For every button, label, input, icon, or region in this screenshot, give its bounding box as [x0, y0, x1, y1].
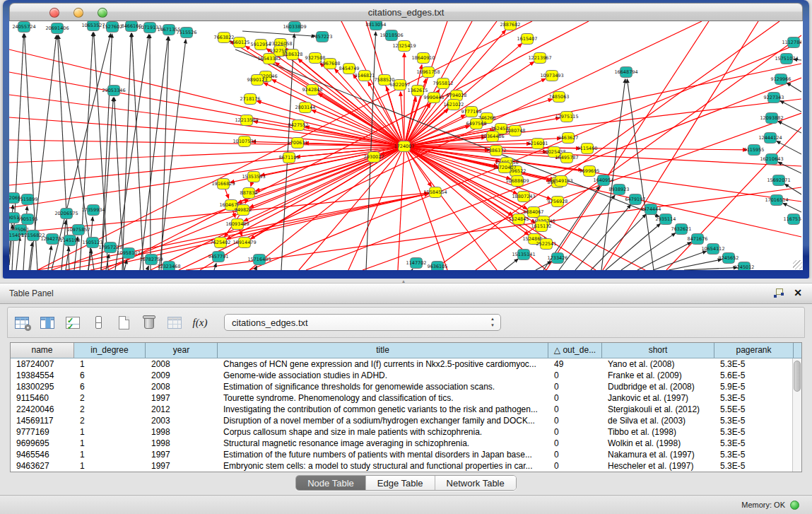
- table-cell[interactable]: 18724007: [11, 358, 74, 370]
- tab-network-table[interactable]: Network Table: [435, 476, 516, 490]
- table-cell[interactable]: 18300295: [11, 381, 74, 392]
- table-cell[interactable]: 5.3E-5: [714, 358, 794, 370]
- table-row[interactable]: 911546021997Tourette syndrome. Phenomeno…: [11, 392, 801, 404]
- table-cell[interactable]: 0: [548, 415, 602, 426]
- table-cell[interactable]: Structural magnetic resonance image aver…: [218, 438, 548, 449]
- table-cell[interactable]: 0: [548, 381, 602, 392]
- table-selector-dropdown[interactable]: citations_edges.txt ▲▼: [224, 314, 501, 331]
- table-cell[interactable]: 5.3E-5: [714, 449, 794, 460]
- table-cell[interactable]: Tibbo et al. (1998): [602, 426, 714, 438]
- table-cell[interactable]: Estimation of significance thresholds fo…: [218, 381, 548, 392]
- show-column-icon[interactable]: [39, 314, 56, 331]
- delete-table-icon[interactable]: [141, 314, 158, 331]
- tab-edge-table[interactable]: Edge Table: [366, 476, 435, 490]
- table-cell[interactable]: Embryonic stem cells: a model to study s…: [218, 460, 548, 472]
- table-row[interactable]: 969969511998Structural magnetic resonanc…: [11, 438, 801, 449]
- table-cell[interactable]: 5.3E-5: [714, 460, 794, 472]
- table-cell[interactable]: 14569117: [11, 415, 74, 426]
- table-cell[interactable]: 2009: [146, 370, 218, 381]
- table-row[interactable]: 1830029562008Estimation of significance …: [11, 381, 801, 392]
- column-header-in_degree[interactable]: in_degree: [74, 343, 146, 358]
- table-cell[interactable]: 1: [74, 438, 146, 449]
- new-table-icon[interactable]: [115, 314, 132, 331]
- table-cell[interactable]: 0: [548, 460, 602, 472]
- table-cell[interactable]: Stergiakouli et al. (2012): [602, 404, 714, 415]
- table-cell[interactable]: 1: [74, 460, 146, 472]
- table-cell[interactable]: 1: [74, 358, 146, 370]
- table-cell[interactable]: 5.3E-5: [714, 415, 794, 426]
- tab-node-table[interactable]: Node Table: [296, 476, 366, 490]
- table-cell[interactable]: 22420046: [11, 404, 74, 415]
- table-scrollbar[interactable]: [792, 358, 801, 472]
- zoom-window-button[interactable]: [98, 8, 107, 18]
- table-cell[interactable]: Disruption of a novel member of a sodium…: [218, 415, 548, 426]
- table-cell[interactable]: 9777169: [11, 426, 74, 438]
- table-cell[interactable]: 5.3E-5: [714, 426, 794, 438]
- narrow-column-icon[interactable]: [90, 314, 107, 331]
- table-cell[interactable]: 5.3E-5: [714, 438, 794, 449]
- table-cell[interactable]: 9463627: [11, 460, 74, 472]
- table-row[interactable]: 1456911722003Disruption of a novel membe…: [11, 415, 801, 426]
- table-cell[interactable]: 2003: [146, 415, 218, 426]
- table-scrollbar-thumb[interactable]: [794, 361, 801, 392]
- table-cell[interactable]: 2008: [146, 381, 218, 392]
- canvas-resize-grip[interactable]: [793, 260, 802, 269]
- table-cell[interactable]: 1: [74, 449, 146, 460]
- column-header-out_de[interactable]: △ out_de...: [548, 343, 602, 358]
- close-panel-icon[interactable]: ✕: [794, 288, 802, 298]
- table-cell[interactable]: Hescheler et al. (1997): [602, 460, 714, 472]
- column-header-name[interactable]: name: [11, 343, 74, 358]
- table-row[interactable]: 946362711997Embryonic stem cells: a mode…: [11, 460, 801, 472]
- table-cell[interactable]: Nakamura et al. (1997): [602, 449, 714, 460]
- table-row[interactable]: 1938455462009Genome-wide association stu…: [11, 370, 801, 381]
- float-panel-icon[interactable]: [774, 288, 784, 298]
- table-cell[interactable]: Yano et al. (2008): [602, 358, 714, 370]
- table-cell[interactable]: 0: [548, 438, 602, 449]
- table-cell[interactable]: 1: [74, 426, 146, 438]
- table-cell[interactable]: 19384554: [11, 370, 74, 381]
- column-header-pagerank[interactable]: pagerank: [714, 343, 794, 358]
- import-table-icon[interactable]: [166, 314, 183, 331]
- column-header-year[interactable]: year: [146, 343, 218, 358]
- memory-status-indicator[interactable]: [790, 501, 799, 510]
- table-row[interactable]: 2242004622012Investigating the contribut…: [11, 404, 801, 415]
- window-titlebar[interactable]: citations_edges.txt: [9, 3, 803, 21]
- table-cell[interactable]: 0: [548, 392, 602, 404]
- table-row[interactable]: 946554611997Estimation of the future num…: [11, 449, 801, 460]
- table-cell[interactable]: Estimation of the future numbers of pati…: [218, 449, 548, 460]
- table-cell[interactable]: 0: [548, 404, 602, 415]
- table-cell[interactable]: 6: [74, 381, 146, 392]
- table-row[interactable]: 1872400712008Changes of HCN gene express…: [11, 358, 801, 370]
- table-cell[interactable]: Genome-wide association studies in ADHD.: [218, 370, 548, 381]
- table-cell[interactable]: 49: [548, 358, 602, 370]
- table-settings-icon[interactable]: [13, 314, 30, 331]
- table-cell[interactable]: Wolkin et al. (1998): [602, 438, 714, 449]
- function-builder-icon[interactable]: f(x): [192, 314, 208, 331]
- table-cell[interactable]: Franke et al. (2009): [602, 370, 714, 381]
- close-window-button[interactable]: [49, 8, 59, 18]
- table-cell[interactable]: Dudbridge et al. (2008): [602, 381, 714, 392]
- table-cell[interactable]: 1998: [146, 426, 218, 438]
- column-header-title[interactable]: title: [218, 343, 548, 358]
- table-cell[interactable]: 9115460: [11, 392, 74, 404]
- table-cell[interactable]: 1997: [146, 460, 218, 472]
- table-cell[interactable]: 5.6E-5: [714, 370, 794, 381]
- table-cell[interactable]: Corpus callosum shape and size in male p…: [218, 426, 548, 438]
- table-cell[interactable]: 1997: [146, 392, 218, 404]
- table-cell[interactable]: Jankovic et al. (1997): [602, 392, 714, 404]
- table-row[interactable]: 977716911998Corpus callosum shape and si…: [11, 426, 801, 438]
- table-cell[interactable]: 5.5E-5: [714, 404, 794, 415]
- table-cell[interactable]: 5.3E-5: [714, 392, 794, 404]
- table-cell[interactable]: 2008: [146, 358, 218, 370]
- table-cell[interactable]: 1998: [146, 438, 218, 449]
- table-cell[interactable]: 5.9E-5: [714, 381, 794, 392]
- table-cell[interactable]: Tourette syndrome. Phenomenology and cla…: [218, 392, 548, 404]
- table-cell[interactable]: 2: [74, 392, 146, 404]
- table-cell[interactable]: 1997: [146, 449, 218, 460]
- table-cell[interactable]: 0: [548, 426, 602, 438]
- table-cell[interactable]: 2: [74, 415, 146, 426]
- table-cell[interactable]: 9699695: [11, 438, 74, 449]
- table-cell[interactable]: 2: [74, 404, 146, 415]
- table-cell[interactable]: Investigating the contribution of common…: [218, 404, 548, 415]
- table-cell[interactable]: 0: [548, 449, 602, 460]
